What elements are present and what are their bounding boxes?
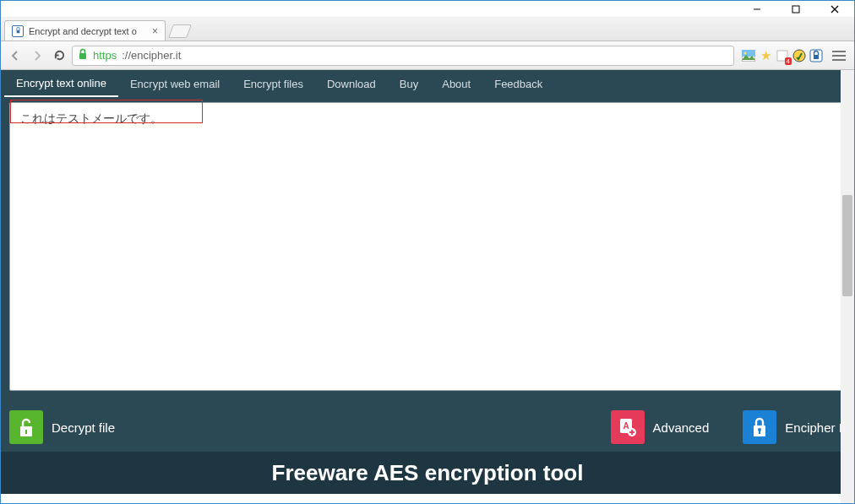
advanced-label: Advanced (653, 420, 710, 435)
nav-feedback[interactable]: Feedback (482, 70, 554, 97)
nav-about[interactable]: About (430, 70, 482, 97)
svg-rect-5 (79, 53, 86, 59)
nav-encrypt-web-email[interactable]: Encrypt web email (118, 70, 231, 97)
tab-close-icon[interactable]: × (152, 25, 158, 37)
plaintext-input[interactable] (9, 102, 846, 391)
svg-rect-12 (814, 55, 819, 59)
editor-wrap (1, 97, 854, 403)
picture-icon[interactable] (741, 48, 756, 63)
tab-title: Encrypt and decrypt text o (29, 26, 147, 36)
unlock-icon (9, 410, 43, 444)
extension-badge-icon[interactable]: 4 (775, 48, 790, 63)
new-tab-button[interactable] (168, 24, 192, 38)
browser-menu-button[interactable] (829, 51, 849, 61)
browser-tabstrip: Encrypt and decrypt text o × (1, 18, 854, 41)
browser-tab[interactable]: Encrypt and decrypt text o × (4, 20, 166, 41)
action-row: Decrypt file A Advanced Encipher It (1, 403, 854, 452)
advanced-button[interactable]: A Advanced (611, 410, 710, 444)
window-close-button[interactable] (815, 1, 854, 18)
window-maximize-button[interactable] (776, 1, 815, 18)
svg-rect-4 (16, 30, 19, 34)
svg-text:A: A (623, 421, 629, 431)
advanced-icon: A (611, 410, 645, 444)
back-button[interactable] (6, 46, 25, 65)
scrollbar-thumb[interactable] (842, 195, 852, 296)
nav-encrypt-files[interactable]: Encrypt files (231, 70, 315, 97)
encipher-ext-icon[interactable] (809, 48, 824, 63)
nav-encrypt-text[interactable]: Encrypt text online (4, 70, 118, 97)
encipher-button[interactable]: Encipher It (743, 410, 846, 444)
browser-viewport: Encrypt text online Encrypt web email En… (1, 70, 854, 504)
svg-rect-7 (742, 50, 755, 57)
bookmark-star-icon[interactable]: ★ (758, 48, 773, 63)
decrypt-file-button[interactable]: Decrypt file (9, 410, 115, 444)
vertical-scrollbar[interactable] (841, 70, 854, 504)
window-minimize-button[interactable] (738, 1, 776, 18)
badge-count: 4 (785, 57, 792, 65)
svg-point-10 (793, 50, 805, 62)
favicon-icon (12, 25, 24, 37)
lock-large-icon (743, 410, 776, 444)
browser-toolbar: https://encipher.it ★ 4 (1, 41, 854, 70)
norton-icon[interactable] (792, 48, 807, 63)
svg-point-8 (744, 51, 747, 54)
address-bar[interactable]: https://encipher.it (72, 46, 734, 66)
encipher-label: Encipher It (785, 420, 846, 435)
extension-area: ★ 4 (741, 48, 824, 63)
lock-icon (78, 48, 88, 62)
nav-buy[interactable]: Buy (388, 70, 430, 97)
forward-button[interactable] (28, 46, 46, 65)
reload-button[interactable] (50, 46, 68, 65)
page-content: Encrypt text online Encrypt web email En… (1, 70, 854, 504)
svg-rect-14 (25, 430, 27, 434)
decrypt-label: Decrypt file (52, 420, 115, 435)
url-scheme: https (93, 49, 117, 62)
page-nav: Encrypt text online Encrypt web email En… (1, 70, 854, 97)
url-rest: ://encipher.it (122, 49, 181, 62)
svg-rect-1 (792, 6, 799, 13)
window-titlebar (1, 1, 854, 18)
nav-download[interactable]: Download (315, 70, 388, 97)
page-headline: Freeware AES encryption tool (1, 452, 854, 494)
svg-rect-22 (759, 431, 760, 434)
